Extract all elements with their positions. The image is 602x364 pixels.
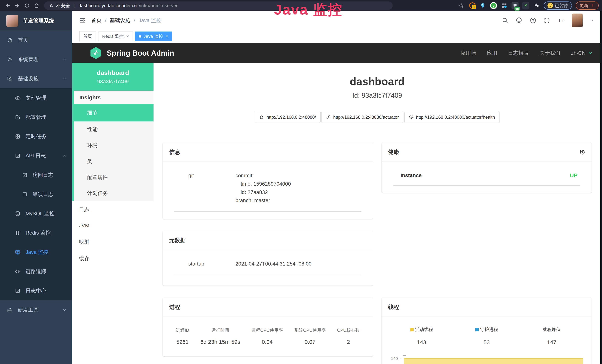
tab-redis-monitor[interactable]: Redis 监控 ×	[98, 32, 133, 41]
browser-reload-button[interactable]	[23, 1, 31, 10]
threads-card: 线程 活动线程 守护进程	[382, 298, 592, 364]
health-instance-label: Instance	[401, 172, 422, 178]
sidebar-item-config-manage[interactable]: 配置管理	[0, 107, 72, 127]
sba-side-item-jvm[interactable]: JVM	[72, 218, 153, 234]
service-url-button[interactable]: http://192.168.0.2:48080/	[255, 112, 321, 123]
sba-side-item-classes[interactable]: 类	[74, 153, 153, 169]
sidebar-item-label: Redis 监控	[26, 229, 51, 236]
sidebar-item-label: 日志中心	[26, 287, 46, 294]
sidebar-item-home[interactable]: 首页	[0, 30, 72, 50]
info-row-git: git commit: time: 1596289704000 id: 27aa…	[174, 171, 361, 205]
sba-nav-wallboard[interactable]: 应用墙	[461, 50, 476, 57]
extension-list-on-icon[interactable]: on	[512, 2, 519, 9]
cloud-upload-icon	[15, 95, 20, 101]
sba-side-item-logs[interactable]: 日志	[72, 201, 153, 218]
sidebar-item-error-log[interactable]: 错误日志	[0, 185, 72, 204]
process-card-body: 进程ID 5261 运行时间 6d 23h 15m 59s 进程CPU使用率	[163, 317, 373, 356]
live-threads-value: 143	[389, 339, 454, 345]
threads-area-chart: 140 120 100	[389, 355, 584, 364]
sba-side-item-environment[interactable]: 环境	[74, 137, 153, 153]
sba-instance-name: dashboard	[97, 69, 129, 76]
sba-nav-about[interactable]: 关于我们	[539, 50, 560, 57]
extension-refresh-icon[interactable]: 1	[469, 2, 475, 9]
sidebar-item-label: 首页	[18, 37, 28, 43]
y-axis-cap	[403, 355, 406, 356]
sidebar-item-api-log[interactable]: API 日志	[0, 146, 72, 165]
sidebar-item-dev-tools[interactable]: 研发工具	[0, 300, 72, 320]
y-axis-tick: 140	[389, 356, 401, 361]
browser-home-button[interactable]	[32, 1, 41, 10]
sba-side-item-details[interactable]: 细节	[74, 104, 153, 121]
extension-badge: 1	[472, 5, 476, 9]
info-card-title: 信息	[169, 148, 180, 156]
sba-side-item-config-props[interactable]: 配置属性	[74, 169, 153, 185]
health-url-button[interactable]: http://192.168.0.2:48080/actuator/health	[404, 112, 500, 123]
font-size-button[interactable]: TT	[558, 17, 565, 23]
legend-label: 守护进程	[480, 327, 498, 332]
health-card: 健康 Instance UP	[382, 143, 592, 193]
row-divider	[174, 275, 361, 275]
breadcrumb-home[interactable]: 首页	[91, 17, 102, 24]
tab-close-icon[interactable]: ×	[166, 34, 168, 39]
help-button[interactable]: ?	[530, 17, 536, 24]
process-header: CPU核心数	[337, 327, 360, 333]
health-history-button[interactable]	[579, 149, 585, 155]
sidebar-item-log-center[interactable]: 日志中心	[0, 281, 72, 300]
sidebar-item-label: API 日志	[26, 152, 46, 159]
layers-icon	[15, 230, 20, 236]
tab-home[interactable]: 首页	[79, 32, 96, 41]
sidebar-item-infra[interactable]: 基础设施	[0, 69, 72, 88]
fullscreen-button[interactable]	[544, 17, 550, 23]
sidebar-item-redis-monitor[interactable]: Redis 监控	[0, 223, 72, 243]
user-menu-caret[interactable]	[590, 18, 594, 22]
extension-pin-icon[interactable]	[479, 2, 486, 9]
actuator-url-button[interactable]: http://192.168.0.2:48080/actuator	[322, 112, 403, 123]
sba-side-item-caches[interactable]: 缓存	[72, 250, 153, 267]
sidebar-item-java-monitor[interactable]: Java 监控	[0, 243, 72, 262]
sba-nav-applications[interactable]: 应用	[487, 50, 497, 57]
tab-paused-pill[interactable]: 已暂停	[544, 1, 572, 10]
sba-side-item-metrics[interactable]: 性能	[74, 121, 153, 137]
tab-java-monitor[interactable]: Java 监控 ×	[135, 32, 172, 41]
chrome-update-button[interactable]: 更新	[576, 1, 599, 10]
user-avatar[interactable]	[572, 13, 583, 27]
sidebar-item-trace[interactable]: 链路追踪	[0, 262, 72, 281]
browser-forward-button[interactable]	[13, 1, 22, 10]
sba-nav-journal[interactable]: 日志报表	[508, 50, 529, 57]
sidebar-item-system[interactable]: 系统管理	[0, 50, 72, 69]
cards-grid: 信息 git commit: time: 1596289704000 id: 2…	[163, 143, 592, 364]
search-button[interactable]	[502, 17, 508, 23]
hamburger-button[interactable]	[79, 17, 86, 24]
sidebar-item-access-log[interactable]: 访问日志	[0, 165, 72, 185]
service-url: http://192.168.0.2:48080/	[266, 115, 316, 120]
github-button[interactable]	[516, 17, 522, 24]
sidebar-item-file-manage[interactable]: 文件管理	[0, 88, 72, 107]
clock-square-icon	[15, 134, 20, 139]
font-size-icon: TT	[558, 17, 565, 23]
sidebar-item-mysql-monitor[interactable]: MySQL 监控	[0, 204, 72, 223]
sidebar-item-label: 研发工具	[18, 307, 39, 314]
log-edit-icon	[15, 288, 20, 294]
sba-instance-id: 93a3fc7f7409	[97, 79, 129, 85]
sidebar-item-scheduled-job[interactable]: 定时任务	[0, 127, 72, 146]
browser-back-button[interactable]	[3, 1, 12, 10]
legend-peak-threads: 线程峰值	[519, 327, 584, 332]
tab-close-icon[interactable]: ×	[126, 34, 129, 39]
url-domain: dashboard.yudao.iocoder.cn	[78, 3, 137, 8]
extension-y-icon[interactable]: y	[490, 2, 497, 9]
sba-side-item-scheduled-tasks[interactable]: 计划任务	[74, 185, 153, 201]
breadcrumb-infra[interactable]: 基础设施	[110, 17, 130, 24]
bookmark-star-button[interactable]	[457, 1, 465, 10]
history-icon	[579, 149, 585, 155]
sba-side-item-mappings[interactable]: 映射	[72, 234, 153, 250]
health-status-badge: UP	[570, 172, 578, 179]
sba-language-select[interactable]: zh-CN	[571, 50, 593, 56]
extensions-puzzle-icon[interactable]	[533, 2, 540, 9]
chevron-down-icon	[588, 51, 593, 55]
info-card: 信息 git commit: time: 1596289704000 id: 2…	[163, 143, 373, 219]
extension-sprout-icon[interactable]	[522, 2, 529, 9]
extension-grid-icon[interactable]	[501, 2, 508, 9]
health-card-title: 健康	[388, 148, 399, 156]
threads-card-title: 线程	[388, 303, 399, 311]
process-value: 0.04	[251, 339, 283, 345]
